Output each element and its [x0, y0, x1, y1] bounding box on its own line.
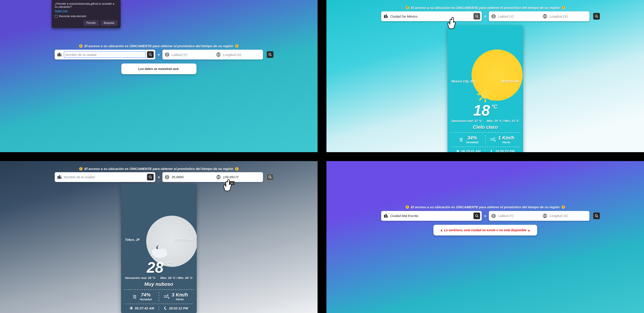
separator-or: o — [484, 214, 486, 218]
feels-like: Sensación real: 17 °C — [452, 119, 482, 123]
svg-point-31 — [152, 249, 160, 256]
city-search-button[interactable] — [147, 51, 154, 58]
wind-label: Viento — [502, 141, 510, 144]
sunrise-time: 06:29:41 AM — [461, 149, 481, 152]
weather-description: Cielo claro — [452, 124, 519, 130]
coords-search-button[interactable] — [267, 174, 274, 180]
geolocation-permission-dialog: ¿Permitir a mauriciobarrueta.github.io a… — [52, 0, 120, 28]
weather-card: Mexico City, MX 08:20:50 AM — [448, 25, 523, 152]
latitude-input[interactable] — [172, 51, 214, 58]
longitude-icon — [216, 52, 222, 57]
separator-or: o — [158, 53, 160, 56]
weather-card: Tokyo, JP 23:22:55 PM 28 °C Sensación re… — [121, 184, 197, 313]
coords-search-button[interactable] — [267, 51, 274, 58]
humidity-value: 74% — [141, 292, 151, 298]
svg-line-26 — [480, 89, 481, 90]
info-icon: ! — [235, 167, 238, 170]
latitude-icon — [164, 52, 170, 57]
weather-condition-icon — [452, 85, 519, 102]
temperature-unit: °C — [165, 261, 171, 267]
longitude-icon — [216, 175, 222, 179]
latitude-input[interactable] — [498, 212, 540, 219]
allow-button[interactable]: Permitir — [84, 20, 99, 26]
temperature-value: 18 — [473, 103, 490, 118]
latitude-icon — [490, 14, 497, 19]
humidity-icon — [458, 137, 464, 142]
sunrise-time: 05:27:42 AM — [135, 306, 154, 310]
humidity-label: Humedad — [140, 298, 152, 301]
coords-search-card — [489, 211, 590, 221]
info-icon: ! — [79, 44, 82, 48]
coords-search-card — [489, 11, 590, 21]
city-icon — [382, 14, 389, 19]
search-row: o — [54, 172, 263, 182]
svg-line-27 — [489, 98, 491, 100]
info-text: El acceso a su ubicación es ÚNICAMENTE p… — [84, 167, 233, 171]
learn-more-link[interactable]: Saber más — [55, 9, 68, 13]
city-search-button[interactable] — [473, 13, 480, 20]
svg-line-28 — [480, 98, 481, 100]
city-input[interactable] — [390, 13, 472, 20]
location-info-banner: ! El acceso a su ubicación es ÚNICAMENTE… — [79, 167, 238, 171]
placeholder-text: Los datos se muestran acá: — [138, 67, 179, 71]
wind-label: Viento — [176, 298, 184, 301]
latitude-input[interactable] — [498, 13, 540, 20]
longitude-input[interactable] — [550, 13, 592, 20]
humidity-icon — [132, 294, 138, 299]
location-info-banner: ! El acceso a su ubicación es ÚNICAMENTE… — [406, 6, 565, 10]
wind-value: 1 Km/h — [498, 135, 514, 141]
block-button[interactable]: Bloquear — [100, 20, 118, 26]
city-input[interactable] — [390, 212, 472, 219]
city-search-card — [381, 11, 482, 21]
checkbox-icon — [55, 15, 58, 18]
coords-search-card — [162, 172, 263, 182]
remember-label: Recordar esta decisión — [59, 15, 86, 18]
sunset-time: 18:50:22 PM — [495, 149, 515, 152]
permission-question: ¿Permitir a mauriciobarrueta.github.io a… — [55, 2, 118, 9]
city-search-card — [54, 50, 155, 60]
feels-like: Sensación real: 28 °C — [125, 276, 156, 279]
search-row: o — [381, 211, 590, 221]
info-text: El acceso a su ubicación es ÚNICAMENTE p… — [411, 205, 560, 209]
error-card: ▲ Lo sentimos, esta ciudad no existe o n… — [433, 225, 537, 235]
longitude-input[interactable] — [223, 51, 266, 58]
city-input[interactable] — [64, 174, 146, 180]
city-search-button[interactable] — [147, 174, 154, 180]
info-icon: ! — [235, 44, 238, 48]
sunrise-icon — [130, 306, 133, 310]
separator-or: o — [158, 175, 160, 179]
svg-point-32 — [160, 249, 167, 255]
longitude-input[interactable] — [550, 212, 592, 219]
info-icon: ! — [562, 6, 565, 9]
svg-point-21 — [481, 90, 490, 99]
remember-decision-checkbox[interactable]: Recordar esta decisión — [55, 15, 118, 18]
humidity-label: Humedad — [466, 141, 478, 144]
city-icon — [56, 52, 62, 57]
panel-cloudy-result: ! El acceso a su ubicación es ÚNICAMENTE… — [0, 161, 318, 313]
longitude-input[interactable] — [223, 174, 266, 180]
error-text: Lo sentimos, esta ciudad no existe o no … — [444, 228, 526, 232]
info-text: El acceso a su ubicación es ÚNICAMENTE p… — [84, 44, 233, 48]
coords-search-button[interactable] — [593, 212, 600, 219]
weather-city: Tokyo, JP — [125, 238, 140, 241]
svg-line-29 — [489, 89, 491, 90]
sunrise-icon — [456, 149, 460, 152]
weather-time: 08:20:50 AM — [501, 80, 519, 83]
wind-icon — [490, 137, 496, 142]
longitude-icon — [542, 14, 548, 19]
panel-initial: ¿Permitir a mauriciobarrueta.github.io a… — [0, 0, 318, 152]
temperature-value: 28 — [147, 260, 164, 275]
humidity-value: 34% — [467, 135, 477, 141]
info-icon: ! — [562, 205, 565, 209]
panel-sunny-result: ! El acceso a su ubicación es ÚNICAMENTE… — [326, 0, 644, 152]
temp-range: Máx: 20 °C / Min: 13 °C — [487, 119, 519, 123]
city-search-button[interactable] — [473, 212, 480, 219]
city-icon — [382, 214, 389, 218]
weather-description: Muy nuboso — [125, 281, 193, 287]
coords-search-button[interactable] — [593, 13, 600, 20]
search-row: o — [54, 50, 263, 60]
temp-range: Máx: 28 °C / Min: 28 °C — [160, 276, 192, 279]
city-input[interactable] — [64, 51, 146, 58]
wind-value: 3 Km/h — [172, 292, 188, 298]
latitude-input[interactable] — [172, 174, 214, 180]
